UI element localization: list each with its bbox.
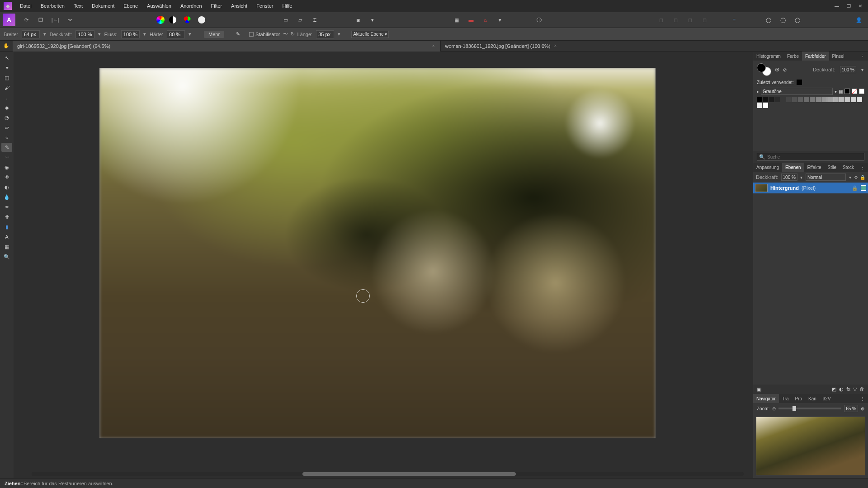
none-color-icon[interactable]: ⊘ xyxy=(783,67,787,72)
swatch[interactable] xyxy=(780,97,786,102)
hardness-input[interactable]: 80 % xyxy=(167,30,185,38)
panel-tab-kan[interactable]: Kan xyxy=(805,394,820,403)
swatch[interactable] xyxy=(821,97,827,102)
swatch[interactable] xyxy=(757,97,762,102)
panel-tab-stile[interactable]: Stile xyxy=(824,163,839,172)
swatch[interactable] xyxy=(833,97,839,102)
tab-close-icon[interactable]: × xyxy=(431,43,436,48)
eyedropper-icon[interactable]: ⦿ xyxy=(775,67,779,72)
palette-white-swatch[interactable] xyxy=(859,89,864,94)
selection-diag-icon[interactable]: ▱ xyxy=(294,14,307,26)
grid-icon[interactable]: ▦ xyxy=(450,14,463,26)
panel-tab-ebenen[interactable]: Ebenen xyxy=(782,163,804,172)
node-tool[interactable]: ✦ xyxy=(1,63,12,72)
magnet-icon[interactable]: ⏢ xyxy=(479,14,492,26)
share-icon[interactable]: ⫘ xyxy=(63,14,76,26)
navigator-preview[interactable] xyxy=(756,417,865,475)
panel-menu-icon[interactable]: ⋮ xyxy=(857,394,868,403)
blend-mode-select[interactable]: Normal xyxy=(806,174,846,181)
more-button[interactable]: Mehr xyxy=(204,31,224,38)
menu-hilfe[interactable]: Hilfe xyxy=(278,0,297,12)
mirror-icon[interactable]: |↔| xyxy=(49,14,61,26)
blend-dropdown-icon[interactable]: ▾ xyxy=(848,175,852,180)
dropdown-icon[interactable]: ▾ xyxy=(366,14,379,26)
hand-tool-tab-icon[interactable]: ✋ xyxy=(0,42,13,51)
pen-tool[interactable]: ✒ xyxy=(1,202,12,211)
mesh-tool[interactable]: ▦ xyxy=(1,242,12,251)
panel-tab-pinsel[interactable]: Pinsel xyxy=(829,52,848,61)
layer-gear-icon[interactable]: ⚙ xyxy=(854,175,858,180)
panel-tab-32v[interactable]: 32V xyxy=(820,394,834,403)
app-menu-icon[interactable]: ◆ xyxy=(4,2,12,10)
refresh-icon[interactable]: ⟳ xyxy=(20,14,33,26)
pressure-icon[interactable]: ✎ xyxy=(236,31,240,37)
palette-arrow-icon[interactable]: ▸ xyxy=(757,89,759,94)
white-circle-icon[interactable] xyxy=(195,14,208,26)
width-dropdown-icon[interactable]: ▾ xyxy=(42,31,47,37)
swatch[interactable] xyxy=(757,103,762,108)
swatch[interactable] xyxy=(804,97,809,102)
crop-layer-icon[interactable]: ▽ xyxy=(853,386,857,392)
opacity-input[interactable]: 100 % xyxy=(75,30,94,38)
menu-filter[interactable]: Filter xyxy=(207,0,226,12)
layer-opacity-input[interactable]: 100 % xyxy=(781,174,797,181)
fill-tool[interactable]: ◆ xyxy=(1,103,12,112)
swatch[interactable] xyxy=(839,97,844,102)
menu-text[interactable]: Text xyxy=(69,0,87,12)
clone-tool[interactable]: ⟐ xyxy=(1,133,12,142)
shape-tool[interactable]: ▮ xyxy=(1,222,12,231)
align-icon[interactable]: ≡ xyxy=(728,14,741,26)
menu-fenster[interactable]: Fenster xyxy=(252,0,278,12)
layer-scope-select[interactable]: Aktuelle Ebene ▾ xyxy=(351,31,389,38)
fx-icon[interactable]: fx xyxy=(846,386,850,392)
pencil-tool[interactable]: . xyxy=(1,93,12,102)
hardness-dropdown-icon[interactable]: ▾ xyxy=(188,31,192,37)
flag-icon[interactable]: ▬ xyxy=(465,14,477,26)
swatch[interactable] xyxy=(786,97,792,102)
loop-icon[interactable]: ↻ xyxy=(291,31,295,37)
menu-bearbeiten[interactable]: Bearbeiten xyxy=(36,0,69,12)
selection-brush-tool[interactable]: ◐ xyxy=(1,183,12,192)
swatch[interactable] xyxy=(769,97,774,102)
panel-tab-stock[interactable]: Stock xyxy=(840,163,857,172)
redeye-tool[interactable]: 👁 xyxy=(1,173,12,182)
document-tab[interactable]: girl-1869532_1920.jpg [Geändert] (64.5%)… xyxy=(13,41,440,52)
color-wheel-icon[interactable] xyxy=(156,16,165,24)
panel-tab-tra[interactable]: Tra xyxy=(779,394,792,403)
delete-layer-icon[interactable]: 🗑 xyxy=(859,386,864,392)
length-input[interactable]: 35 px xyxy=(316,30,334,38)
bw-circle-icon[interactable] xyxy=(166,14,179,26)
swatch-opacity-dropdown-icon[interactable]: ▾ xyxy=(860,67,864,72)
swatch[interactable] xyxy=(810,97,815,102)
cube-icon[interactable]: ❒ xyxy=(34,14,47,26)
swatch[interactable] xyxy=(774,97,780,102)
tab-close-icon[interactable]: × xyxy=(553,43,558,48)
circle1-icon[interactable]: ◯ xyxy=(762,14,775,26)
healing-tool[interactable]: ✚ xyxy=(1,212,12,221)
dropdown2-icon[interactable]: ▾ xyxy=(494,14,506,26)
layer-opacity-dropdown-icon[interactable]: ▾ xyxy=(799,175,804,180)
document-canvas[interactable] xyxy=(99,68,656,438)
layer-locked-icon[interactable]: 🔒 xyxy=(852,185,858,191)
panel-tab-pro[interactable]: Pro xyxy=(792,394,805,403)
blur-tool[interactable]: ◉ xyxy=(1,163,12,172)
menu-ansicht[interactable]: Ansicht xyxy=(226,0,252,12)
fg-bg-color[interactable] xyxy=(757,63,771,76)
quickmask-icon[interactable]: ◙ xyxy=(352,14,364,26)
swatch[interactable] xyxy=(792,97,797,102)
layer-group-icon[interactable]: ▣ xyxy=(757,386,761,392)
brush-tool[interactable]: 🖌 xyxy=(1,83,12,92)
menu-ebene[interactable]: Ebene xyxy=(119,0,142,12)
text-cursor-icon[interactable]: Ꮖ xyxy=(308,14,321,26)
swatch[interactable] xyxy=(798,97,803,102)
gradient-tool[interactable]: ◔ xyxy=(1,113,12,122)
maximize-button[interactable]: ❐ xyxy=(843,0,854,12)
palette-none-swatch[interactable] xyxy=(852,89,857,94)
swatch[interactable] xyxy=(827,97,833,102)
palette-grid-icon[interactable]: ▦ xyxy=(839,89,843,94)
palette-black-swatch[interactable] xyxy=(844,89,850,94)
zoom-in-icon[interactable]: ⊕ xyxy=(861,406,864,411)
flow-input[interactable]: 100 % xyxy=(121,30,140,38)
layer-visible-checkbox[interactable] xyxy=(861,185,866,191)
width-input[interactable]: 64 px xyxy=(22,30,40,38)
